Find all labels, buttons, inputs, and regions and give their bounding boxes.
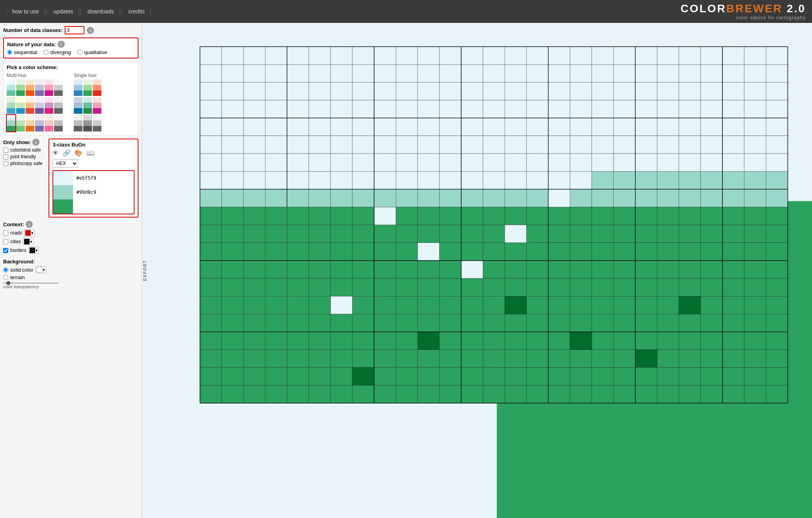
single-hue-scheme[interactable] [93, 97, 101, 114]
multi-hue-scheme[interactable] [35, 97, 44, 114]
nav-credits[interactable]: credits [123, 8, 150, 15]
multi-hue-scheme[interactable] [45, 97, 53, 114]
svg-rect-363 [309, 278, 331, 296]
transparency-slider-track[interactable] [3, 283, 58, 283]
nav-downloads[interactable]: downloads [82, 8, 120, 15]
transparency-slider-handle[interactable] [6, 281, 10, 285]
single-hue-scheme[interactable] [93, 79, 101, 96]
cb-photocopy-input[interactable] [3, 161, 8, 166]
svg-rect-510 [570, 368, 592, 385]
bg-color-dropdown[interactable]: ▾ [36, 266, 46, 273]
roads-color-dropdown[interactable]: ▾ [24, 229, 35, 236]
svg-rect-460 [657, 332, 679, 349]
multi-hue-scheme[interactable] [54, 115, 63, 131]
nav-how-to-use[interactable]: how to use [6, 8, 45, 15]
svg-rect-152 [418, 136, 440, 154]
svg-rect-177 [374, 154, 396, 171]
export-eye-icon[interactable]: 👁 [52, 150, 59, 157]
bg-terrain-radio[interactable] [3, 275, 8, 280]
svg-rect-118 [265, 118, 287, 136]
svg-rect-386 [222, 296, 243, 314]
multi-hue-scheme[interactable] [35, 79, 44, 96]
multi-hue-label: Multi-hue: [7, 73, 63, 78]
multi-hue-scheme[interactable] [26, 97, 34, 114]
svg-rect-464 [744, 332, 766, 349]
color-scheme-section: Pick a color scheme: Multi-hue: Single h… [3, 62, 138, 135]
bg-solid-color[interactable]: solid color ▾ [3, 266, 138, 273]
color-cell [26, 103, 34, 108]
export-link-icon[interactable]: 🔗 [63, 149, 71, 157]
radio-diverging-input[interactable] [43, 50, 49, 55]
svg-rect-282 [309, 225, 331, 243]
color-cell [83, 115, 92, 120]
svg-rect-552 [505, 225, 526, 243]
svg-rect-276 [766, 207, 788, 225]
multi-hue-scheme[interactable] [54, 97, 63, 114]
multi-hue-scheme[interactable] [7, 97, 15, 114]
svg-rect-79 [592, 82, 614, 100]
svg-rect-275 [744, 207, 766, 225]
cb-roads[interactable] [3, 231, 8, 236]
only-show-info-icon[interactable]: i [32, 139, 39, 146]
bg-terrain[interactable]: terrain [3, 274, 138, 280]
cb-colorblind-input[interactable] [3, 148, 8, 153]
nature-info-icon[interactable]: i [58, 41, 65, 48]
nav-updates[interactable]: updates [48, 8, 79, 15]
data-classes-input[interactable] [65, 26, 84, 34]
radio-qualitative[interactable]: qualitative [77, 49, 107, 55]
multi-hue-scheme[interactable] [26, 79, 34, 96]
multi-hue-scheme[interactable] [16, 97, 25, 114]
cb-print[interactable]: print friendly [3, 154, 42, 160]
multi-hue-scheme[interactable] [16, 115, 25, 131]
cities-color-dropdown[interactable]: ▾ [23, 238, 34, 245]
svg-rect-418 [331, 314, 352, 332]
single-hue-scheme[interactable] [83, 115, 92, 131]
svg-rect-431 [614, 314, 635, 332]
radio-diverging[interactable]: diverging [43, 49, 71, 55]
radio-sequential-input[interactable] [7, 50, 12, 55]
context-info-icon[interactable]: i [26, 221, 33, 228]
color-cell [7, 108, 15, 114]
radio-sequential[interactable]: sequential [7, 49, 37, 55]
cb-photocopy[interactable]: photocopy safe [3, 161, 42, 166]
svg-rect-289 [461, 225, 483, 243]
cb-borders[interactable] [3, 248, 8, 253]
multi-hue-scheme[interactable] [7, 79, 15, 96]
multi-hue-scheme[interactable] [7, 115, 15, 131]
svg-rect-463 [722, 332, 744, 349]
single-hue-scheme[interactable] [74, 79, 82, 96]
svg-rect-452 [483, 332, 505, 349]
borders-color-dropdown[interactable]: ▾ [28, 247, 39, 254]
export-book-icon[interactable]: 📖 [86, 149, 94, 157]
svg-rect-308 [287, 243, 309, 261]
multi-hue-scheme[interactable] [45, 79, 53, 96]
cb-cities[interactable] [3, 239, 8, 244]
single-hue-scheme[interactable] [74, 115, 82, 131]
cb-print-input[interactable] [3, 154, 8, 160]
radio-qualitative-input[interactable] [77, 50, 82, 55]
data-classes-info-icon[interactable]: i [87, 27, 94, 34]
cb-colorblind[interactable]: colorblind safe [3, 147, 42, 153]
svg-rect-521 [222, 385, 243, 403]
export-palette-icon[interactable]: 🎨 [75, 149, 82, 157]
single-hue-scheme[interactable] [83, 79, 92, 96]
svg-rect-179 [418, 154, 440, 171]
single-hue-scheme[interactable] [83, 97, 92, 114]
multi-hue-scheme[interactable] [54, 79, 63, 96]
multi-hue-scheme[interactable] [45, 115, 53, 131]
svg-rect-508 [526, 368, 548, 385]
svg-rect-513 [635, 368, 657, 385]
svg-rect-16 [396, 47, 417, 64]
multi-hue-scheme[interactable] [26, 115, 34, 131]
multi-hue-scheme[interactable] [16, 79, 25, 96]
color-cell [16, 85, 25, 90]
svg-rect-25 [592, 47, 614, 64]
format-select[interactable]: HEX RGB CMYK [52, 159, 78, 168]
multi-hue-scheme[interactable] [35, 115, 44, 131]
svg-rect-459 [635, 332, 657, 349]
color-cell [7, 79, 15, 85]
single-hue-scheme[interactable] [74, 97, 82, 114]
svg-rect-192 [701, 154, 722, 171]
bg-solid-radio[interactable] [3, 267, 8, 272]
single-hue-scheme[interactable] [93, 115, 101, 131]
